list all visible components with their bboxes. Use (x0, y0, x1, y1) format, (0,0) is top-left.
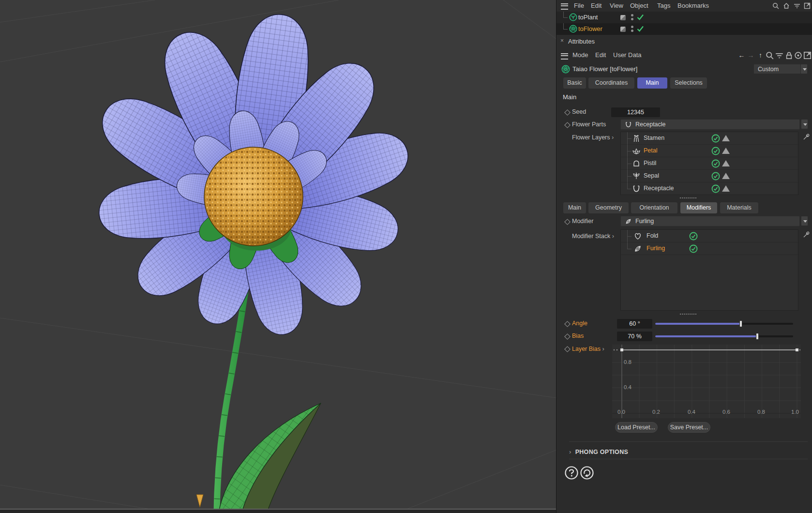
bias-input[interactable]: 70 % (617, 332, 652, 341)
layer-label[interactable]: Pistil (644, 160, 656, 166)
angle-slider[interactable] (655, 320, 793, 327)
modifier-row-fold[interactable]: Fold (621, 230, 798, 242)
layer-row-petal[interactable]: Petal (621, 145, 798, 157)
layer-row-sepal[interactable]: Sepal (621, 170, 798, 182)
layer-label[interactable]: Stamen (644, 135, 664, 141)
bias-slider-knob[interactable] (756, 333, 759, 340)
spline-point-end[interactable] (796, 348, 798, 351)
load-preset-button[interactable]: Load Preset... (615, 422, 658, 433)
layer-row-stamen[interactable]: Stamen (621, 132, 798, 145)
close-icon[interactable]: × (560, 37, 564, 44)
menu-view[interactable]: View (610, 0, 623, 12)
key-diamond-icon[interactable] (564, 333, 571, 340)
spline-curve[interactable] (614, 348, 800, 351)
lock-icon[interactable] (785, 51, 793, 60)
viewport-3d[interactable] (0, 0, 556, 513)
enabled-check-icon[interactable] (711, 172, 720, 181)
bias-slider[interactable] (655, 333, 793, 340)
seed-input[interactable]: 12345 (611, 107, 660, 117)
menu-icon[interactable] (561, 53, 568, 60)
modifier-row-furling[interactable]: Furling (621, 242, 798, 255)
search-icon[interactable] (772, 2, 779, 9)
object-row-toflower[interactable]: toFlower (556, 23, 812, 35)
solo-triangle-icon[interactable] (722, 173, 730, 179)
enabled-check-icon[interactable] (689, 232, 698, 241)
phong-options-section[interactable]: ›PHONG OPTIONS (569, 448, 628, 455)
home-icon[interactable] (783, 2, 790, 9)
tab-main2[interactable]: Main (563, 202, 586, 213)
enabled-check-icon[interactable] (711, 184, 720, 193)
enabled-check-icon[interactable] (637, 14, 644, 20)
layer-row-receptacle[interactable]: Receptacle (621, 182, 798, 195)
object-label[interactable]: toPlant (578, 14, 598, 21)
spline-point-start[interactable] (620, 348, 623, 351)
tab-geometry[interactable]: Geometry (588, 202, 629, 213)
menu-bookmarks[interactable]: Bookmarks (677, 0, 709, 12)
menu-file[interactable]: File (574, 0, 584, 12)
enabled-check-icon[interactable] (637, 26, 644, 32)
key-diamond-icon[interactable] (564, 219, 571, 225)
menu-user-data[interactable]: User Data (613, 49, 642, 61)
solo-triangle-icon[interactable] (722, 135, 730, 141)
menu-edit[interactable]: Edit (595, 49, 606, 61)
back-arrow-icon[interactable]: ← (737, 51, 746, 60)
enabled-check-icon[interactable] (689, 244, 698, 253)
key-diamond-icon[interactable] (564, 109, 571, 116)
layer-color-toggle[interactable] (620, 15, 626, 20)
enabled-check-icon[interactable] (711, 134, 720, 143)
object-row-toplant[interactable]: toPlant (556, 12, 812, 23)
tab-orientation[interactable]: Orientation (631, 202, 677, 213)
tab-selections[interactable]: Selections (670, 77, 707, 89)
preset-dropdown-button[interactable] (800, 64, 808, 74)
resize-handle[interactable] (680, 314, 696, 317)
solo-triangle-icon[interactable] (722, 185, 730, 192)
eyedropper-icon[interactable] (803, 133, 811, 140)
layer-label[interactable]: Receptacle (644, 185, 674, 192)
menu-edit[interactable]: Edit (591, 0, 601, 12)
layer-row-pistil[interactable]: Pistil (621, 157, 798, 170)
layer-bias-spline-editor[interactable]: 0.8 0.4 0.0 0.2 0.4 0.6 0.8 1.0 (612, 345, 801, 418)
menu-tags[interactable]: Tags (657, 0, 670, 12)
filter-icon[interactable] (794, 2, 800, 9)
forward-arrow-icon[interactable]: → (747, 51, 755, 60)
angle-input[interactable]: 60 ° (617, 319, 652, 329)
key-diamond-icon[interactable] (564, 346, 571, 352)
tab-main[interactable]: Main (637, 77, 667, 89)
enabled-check-icon[interactable] (711, 159, 720, 168)
modifier-stack-item-selected[interactable]: Furling (647, 245, 665, 252)
flower-parts-combo[interactable]: Receptacle (620, 119, 800, 130)
menu-object[interactable]: Object (630, 0, 648, 12)
help-icon[interactable] (564, 466, 579, 480)
new-window-icon[interactable] (803, 51, 812, 60)
tab-basic[interactable]: Basic (563, 77, 586, 89)
reset-icon[interactable] (580, 466, 594, 480)
layer-label[interactable]: Sepal (644, 172, 659, 179)
visibility-dots[interactable] (631, 14, 633, 22)
layer-label-selected[interactable]: Petal (644, 147, 658, 154)
track-target-icon[interactable] (794, 51, 802, 60)
tab-modifiers[interactable]: Modifiers (680, 202, 717, 213)
layer-color-toggle[interactable] (620, 27, 626, 32)
key-diamond-icon[interactable] (564, 321, 571, 327)
flower-parts-dropdown-button[interactable] (801, 119, 808, 129)
filter-icon[interactable] (775, 51, 783, 60)
modifier-stack-item[interactable]: Fold (647, 232, 658, 239)
enabled-check-icon[interactable] (711, 147, 720, 155)
visibility-dots[interactable] (631, 26, 633, 33)
tab-materials[interactable]: Materials (720, 202, 758, 213)
angle-slider-knob[interactable] (739, 320, 742, 327)
up-arrow-icon[interactable]: ↑ (756, 51, 765, 60)
modifier-dropdown-button[interactable] (801, 216, 808, 226)
key-diamond-icon[interactable] (564, 122, 571, 128)
menu-icon[interactable] (561, 3, 568, 10)
solo-triangle-icon[interactable] (722, 148, 730, 154)
preset-dropdown[interactable]: Custom (753, 64, 801, 74)
solo-triangle-icon[interactable] (722, 160, 730, 166)
external-panel-icon[interactable] (804, 2, 811, 9)
tab-coordinates[interactable]: Coordinates (588, 77, 634, 89)
modifier-combo[interactable]: Furling (620, 216, 800, 226)
resize-handle[interactable] (680, 197, 696, 200)
search-icon[interactable] (766, 51, 774, 60)
object-label-selected[interactable]: toFlower (578, 25, 602, 32)
save-preset-button[interactable]: Save Preset... (668, 422, 710, 433)
